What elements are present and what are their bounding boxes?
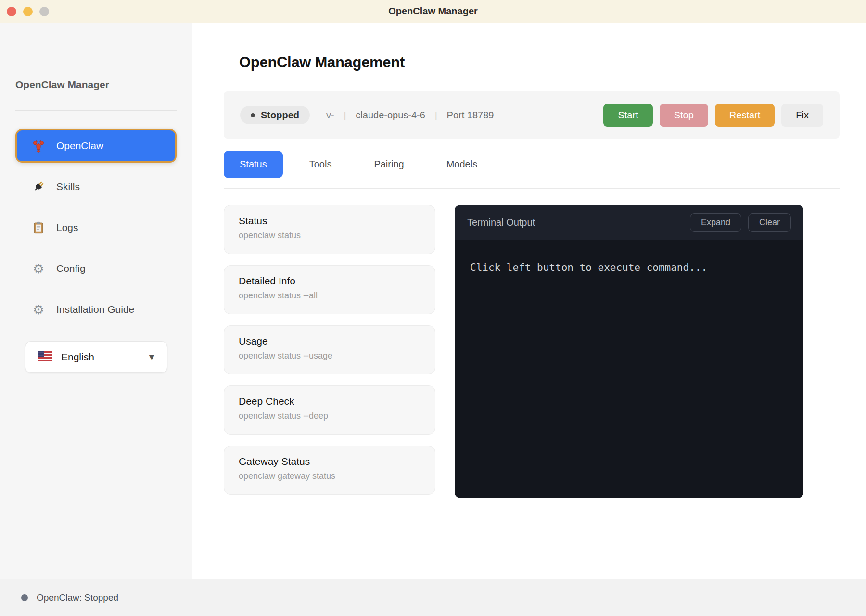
tab-bar: Status Tools Pairing Models bbox=[224, 151, 840, 178]
status-label: Stopped bbox=[261, 110, 299, 121]
command-text: openclaw gateway status bbox=[239, 471, 420, 481]
sidebar-nav: OpenClaw Skills bbox=[15, 129, 177, 326]
restart-button[interactable]: Restart bbox=[715, 104, 775, 127]
status-badge: Stopped bbox=[240, 106, 310, 124]
sidebar-item-label: Installation Guide bbox=[56, 304, 134, 315]
language-selector[interactable]: English ▼ bbox=[25, 341, 167, 373]
terminal-title: Terminal Output bbox=[467, 217, 535, 228]
service-actions: Start Stop Restart Fix bbox=[603, 104, 823, 127]
sidebar-item-openclaw[interactable]: OpenClaw bbox=[15, 129, 177, 163]
footer-status-dot-icon bbox=[21, 594, 28, 601]
separator: | bbox=[435, 110, 437, 120]
sidebar-heading: OpenClaw Manager bbox=[15, 23, 177, 90]
command-title: Deep Check bbox=[239, 396, 420, 407]
command-card-usage[interactable]: Usage openclaw status --usage bbox=[224, 325, 435, 374]
sidebar-item-installation-guide[interactable]: ⚙ Installation Guide bbox=[15, 293, 177, 326]
footer-status-bar: OpenClaw: Stopped bbox=[0, 579, 866, 616]
zoom-button[interactable] bbox=[39, 7, 49, 16]
command-text: openclaw status bbox=[239, 231, 420, 241]
command-text: openclaw status --usage bbox=[239, 351, 420, 361]
clear-button[interactable]: Clear bbox=[748, 213, 791, 232]
start-button[interactable]: Start bbox=[603, 104, 652, 127]
command-card-detailed-info[interactable]: Detailed Info openclaw status --all bbox=[224, 265, 435, 314]
window-controls bbox=[7, 0, 49, 23]
separator: | bbox=[344, 110, 346, 120]
command-title: Status bbox=[239, 215, 420, 227]
plug-icon bbox=[31, 180, 46, 194]
title-bar: OpenClaw Manager bbox=[0, 0, 866, 23]
sidebar: OpenClaw Manager bbox=[0, 23, 192, 579]
sidebar-item-logs[interactable]: Logs bbox=[15, 211, 177, 244]
gear-icon: ⚙ bbox=[31, 302, 46, 317]
status-dot-icon bbox=[251, 113, 255, 117]
command-card-deep-check[interactable]: Deep Check openclaw status --deep bbox=[224, 385, 435, 435]
sidebar-item-label: Config bbox=[56, 263, 86, 274]
window-title: OpenClaw Manager bbox=[388, 6, 478, 17]
lobster-icon bbox=[31, 139, 46, 153]
language-label: English bbox=[61, 351, 94, 363]
app-window: OpenClaw Manager OpenClaw Manager bbox=[0, 0, 866, 616]
fix-button[interactable]: Fix bbox=[781, 104, 823, 127]
tab-pairing[interactable]: Pairing bbox=[358, 151, 420, 178]
tab-divider bbox=[224, 188, 840, 189]
sidebar-item-label: Skills bbox=[56, 181, 80, 192]
close-button[interactable] bbox=[7, 7, 16, 16]
command-title: Usage bbox=[239, 335, 420, 347]
model-name: claude-opus-4-6 bbox=[356, 110, 425, 121]
terminal-header: Terminal Output Expand Clear bbox=[455, 205, 803, 240]
expand-button[interactable]: Expand bbox=[690, 213, 741, 232]
command-card-status[interactable]: Status openclaw status bbox=[224, 205, 435, 254]
status-strip: Stopped v- | claude-opus-4-6 | Port 1878… bbox=[224, 91, 840, 139]
sidebar-item-skills[interactable]: Skills bbox=[15, 170, 177, 204]
tab-tools[interactable]: Tools bbox=[293, 151, 348, 178]
version-text: v- bbox=[326, 110, 334, 121]
sidebar-divider bbox=[15, 110, 177, 111]
command-text: openclaw status --all bbox=[239, 291, 420, 301]
us-flag-icon bbox=[38, 351, 52, 363]
gear-icon: ⚙ bbox=[31, 261, 46, 276]
tab-status[interactable]: Status bbox=[224, 151, 283, 178]
sidebar-item-label: Logs bbox=[56, 222, 78, 233]
minimize-button[interactable] bbox=[23, 7, 33, 16]
terminal-panel: Terminal Output Expand Clear Click left … bbox=[455, 205, 803, 498]
sidebar-item-label: OpenClaw bbox=[56, 140, 103, 152]
footer-status-text: OpenClaw: Stopped bbox=[37, 592, 118, 603]
command-title: Gateway Status bbox=[239, 456, 420, 467]
tab-models[interactable]: Models bbox=[431, 151, 493, 178]
command-title: Detailed Info bbox=[239, 275, 420, 287]
page-title: OpenClaw Management bbox=[239, 54, 840, 71]
command-text: openclaw status --deep bbox=[239, 411, 420, 421]
chevron-down-icon: ▼ bbox=[149, 353, 154, 361]
terminal-output: Click left button to execute command... bbox=[455, 240, 803, 295]
command-card-gateway-status[interactable]: Gateway Status openclaw gateway status bbox=[224, 446, 435, 495]
command-list: Status openclaw status Detailed Info ope… bbox=[224, 205, 435, 498]
stop-button[interactable]: Stop bbox=[660, 104, 708, 127]
service-meta: v- | claude-opus-4-6 | Port 18789 bbox=[326, 110, 494, 121]
main-content: OpenClaw Management Stopped v- | claude-… bbox=[192, 23, 866, 579]
clipboard-icon bbox=[31, 220, 46, 235]
sidebar-item-config[interactable]: ⚙ Config bbox=[15, 252, 177, 285]
port-text: Port 18789 bbox=[447, 110, 494, 121]
